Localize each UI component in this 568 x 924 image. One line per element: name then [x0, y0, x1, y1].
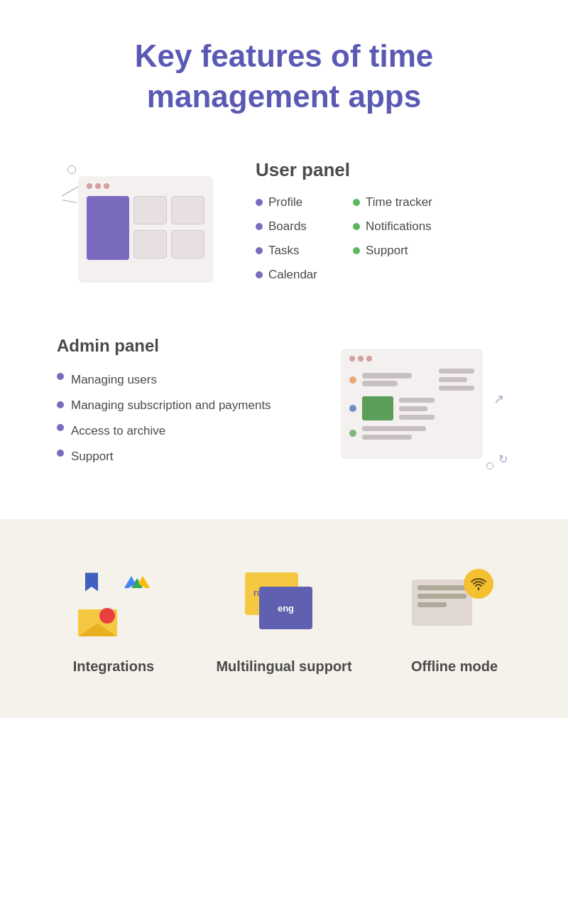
integrations-icon — [75, 565, 153, 636]
admin-green-block — [362, 396, 393, 420]
bullet-icon — [57, 401, 64, 408]
ml-front-text: eng — [278, 603, 294, 614]
admin-dot2 — [358, 356, 364, 362]
bottom-features-section: Integrations ru eng Multilingual support — [0, 519, 568, 718]
offline-icon — [412, 565, 497, 636]
bullet-icon — [353, 199, 360, 206]
list-item: Support — [353, 244, 432, 258]
bullet-icon — [57, 373, 64, 380]
bullet-icon — [256, 247, 263, 254]
offline-icon-area — [412, 562, 497, 640]
admin-small-line — [399, 398, 435, 403]
admin-row-1 — [349, 369, 474, 391]
admin-row-lines-3 — [362, 426, 474, 440]
multilingual-feature: ru eng Multilingual support — [213, 562, 355, 675]
admin-row-circle-blue — [349, 405, 356, 412]
admin-row-3 — [349, 426, 474, 440]
wifi-icon — [464, 569, 493, 599]
user-panel-col2: Time tracker Notifications Support — [353, 195, 432, 292]
bullet-icon — [57, 450, 64, 457]
admin-small-line — [362, 435, 412, 440]
gdrive-icon — [121, 565, 153, 592]
offline-label: Offline mode — [411, 657, 498, 675]
off-line-short — [417, 602, 447, 607]
list-item: Managing users — [57, 373, 298, 387]
admin-small-line — [399, 406, 427, 411]
list-item: Support — [57, 450, 298, 464]
list-item: Profile — [256, 195, 317, 210]
bullet-icon — [256, 271, 263, 278]
grid-box-2 — [171, 196, 204, 224]
admin-list: Managing users Managing subscription and… — [57, 373, 298, 464]
offline-feature: Offline mode — [383, 562, 525, 675]
list-item: Managing subscription and payments — [57, 398, 298, 413]
integrations-icon-area — [71, 562, 156, 640]
integrations-feature: Integrations — [43, 562, 185, 675]
header-section: Key features of time management apps — [0, 0, 568, 138]
admin-frame — [341, 349, 483, 459]
admin-rows — [341, 366, 483, 442]
dot2 — [95, 183, 101, 189]
page-title: Key features of time management apps — [57, 36, 511, 116]
admin-panel-section: Admin panel Managing users Managing subs… — [0, 320, 568, 505]
off-line-full — [417, 585, 466, 590]
admin-small-line — [439, 377, 467, 382]
list-item: Boards — [256, 219, 317, 234]
list-item: Notifications — [353, 219, 432, 234]
admin-small-line — [439, 386, 474, 391]
multilingual-label: Multilingual support — [216, 657, 351, 675]
bullet-icon — [353, 247, 360, 254]
list-item: Tasks — [256, 244, 317, 258]
admin-row-lines-2 — [399, 398, 435, 420]
grid-box-3 — [133, 230, 167, 259]
admin-text-line — [362, 381, 398, 386]
illustration-frame — [78, 176, 213, 283]
admin-dot1 — [349, 356, 355, 362]
bullet-icon — [256, 199, 263, 206]
list-item: Access to archive — [57, 424, 298, 438]
wifi-svg — [470, 577, 487, 591]
user-panel-col1: Profile Boards Tasks Calendar — [256, 195, 317, 292]
bullet-icon — [353, 223, 360, 230]
grid-box-4 — [171, 230, 204, 259]
off-card — [412, 580, 472, 626]
bookmark-icon — [85, 572, 98, 591]
admin-small-line — [439, 369, 474, 374]
deco-arrow-icon: ↗ — [493, 391, 504, 407]
admin-row-lines — [439, 369, 474, 391]
user-panel-section: User panel Profile Boards Tasks Calendar — [0, 138, 568, 320]
admin-dot3 — [366, 356, 372, 362]
illustration-dots — [78, 176, 213, 193]
features-columns: Profile Boards Tasks Calendar — [256, 195, 511, 292]
bullet-icon — [256, 223, 263, 230]
multilingual-icon-area: ru eng — [241, 562, 327, 640]
admin-small-line — [362, 426, 426, 431]
deco-swirl-icon: ↻ — [498, 452, 508, 466]
svg-marker-5 — [78, 624, 117, 636]
grid-box-1 — [133, 196, 167, 224]
bullet-icon — [57, 424, 64, 431]
admin-row-2 — [349, 396, 474, 420]
dot1 — [87, 183, 92, 189]
off-line-full — [417, 594, 466, 599]
deco-circle-bottom — [486, 462, 493, 469]
list-item: Time tracker — [353, 195, 432, 210]
deco-line2 — [62, 200, 77, 202]
admin-panel-illustration: ↗ ↻ — [327, 335, 511, 477]
user-panel-title: User panel — [256, 159, 511, 181]
admin-small-line — [399, 415, 435, 420]
admin-row-circle-green — [349, 430, 356, 437]
deco-circle — [67, 165, 76, 174]
admin-row-circle-orange — [349, 376, 356, 384]
multilingual-icon: ru eng — [245, 565, 323, 636]
grid-sidebar — [87, 196, 129, 260]
user-panel-illustration — [57, 162, 227, 290]
admin-dots — [341, 349, 483, 366]
list-item: Calendar — [256, 268, 317, 282]
integrations-label: Integrations — [73, 657, 154, 675]
admin-text-line — [362, 373, 412, 379]
user-panel-content: User panel Profile Boards Tasks Calendar — [256, 159, 511, 292]
illustration-grid — [78, 193, 213, 267]
admin-panel-content: Admin panel Managing users Managing subs… — [57, 336, 298, 475]
admin-panel-title: Admin panel — [57, 336, 298, 356]
